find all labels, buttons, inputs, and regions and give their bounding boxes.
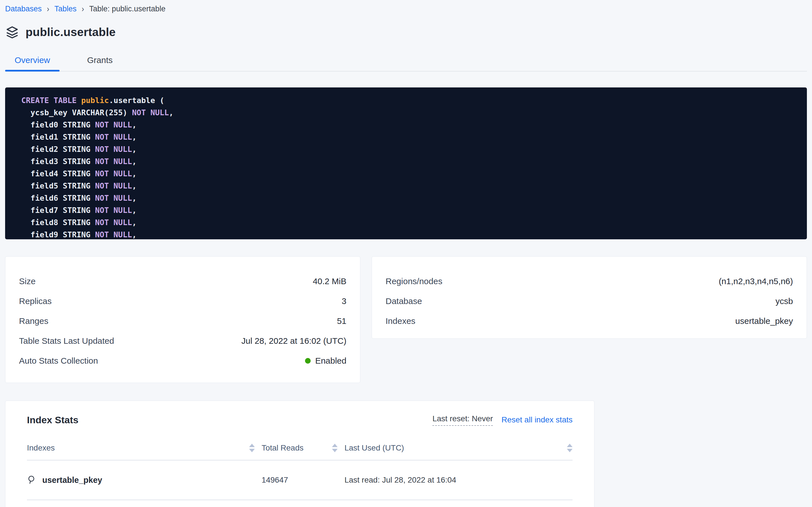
reset-index-stats-link[interactable]: Reset all index stats xyxy=(501,415,572,425)
status-badge: Enabled xyxy=(305,356,347,365)
code-line: field2 STRING NOT NULL, xyxy=(21,143,807,155)
breadcrumb: Databases › Tables › Table: public.usert… xyxy=(5,4,807,14)
stat-row-replicas: Replicas 3 xyxy=(19,291,347,311)
code-line: field9 STRING NOT NULL, xyxy=(21,229,807,239)
index-stats-title: Index Stats xyxy=(27,414,78,426)
stat-row-ranges: Ranges 51 xyxy=(19,311,347,331)
stat-value: (n1,n2,n3,n4,n5,n6) xyxy=(719,277,793,286)
stat-value: ycsb xyxy=(775,296,793,306)
table-stats-card: Size 40.2 MiB Replicas 3 Ranges 51 Table… xyxy=(5,256,360,383)
code-line: field8 STRING NOT NULL, xyxy=(21,216,807,229)
stat-row-indexes: Indexes usertable_pkey xyxy=(386,311,793,331)
page-header: public.usertable xyxy=(5,25,807,39)
stat-label: Ranges xyxy=(19,316,48,326)
stat-label: Regions/nodes xyxy=(386,277,442,286)
summary-cards: Size 40.2 MiB Replicas 3 Ranges 51 Table… xyxy=(5,256,807,383)
stat-row-stats-updated: Table Stats Last Updated Jul 28, 2022 at… xyxy=(19,331,347,351)
column-label: Indexes xyxy=(27,443,55,452)
index-stats-controls: Last reset: Never Reset all index stats xyxy=(432,414,572,426)
code-line: field4 STRING NOT NULL, xyxy=(21,167,807,180)
chevron-right-icon: › xyxy=(47,4,49,14)
stat-label: Indexes xyxy=(386,316,415,326)
index-stats-table: Indexes Total Reads Last Used (UTC) xyxy=(27,436,572,500)
stat-row-auto-stats: Auto Stats Collection Enabled xyxy=(19,351,347,371)
stat-value: 3 xyxy=(341,296,347,306)
column-label: Last Used (UTC) xyxy=(345,443,404,452)
magnifier-icon xyxy=(27,475,37,485)
sort-icon[interactable] xyxy=(567,444,572,452)
index-stats-header: Index Stats Last reset: Never Reset all … xyxy=(27,413,572,427)
stat-value: Jul 28, 2022 at 16:02 (UTC) xyxy=(241,336,347,346)
stat-label: Replicas xyxy=(19,296,52,306)
stat-row-database: Database ycsb xyxy=(386,291,793,311)
breadcrumb-current: Table: public.usertable xyxy=(89,5,166,13)
index-name-link[interactable]: usertable_pkey xyxy=(42,475,102,485)
enabled-status-dot-icon xyxy=(305,358,311,363)
code-line: CREATE TABLE public.usertable ( xyxy=(21,94,807,106)
sort-icon[interactable] xyxy=(249,444,255,452)
code-line: field6 STRING NOT NULL, xyxy=(21,192,807,204)
stat-value: usertable_pkey xyxy=(735,316,793,326)
column-header-total-reads[interactable]: Total Reads xyxy=(262,443,345,452)
stat-value: Enabled xyxy=(315,356,347,365)
tab-overview[interactable]: Overview xyxy=(5,53,60,71)
code-line: ycsb_key VARCHAR(255) NOT NULL, xyxy=(21,106,807,119)
stat-label: Database xyxy=(386,296,422,306)
index-name-cell: usertable_pkey xyxy=(27,475,262,485)
code-line: field5 STRING NOT NULL, xyxy=(21,180,807,192)
table-info-card: Regions/nodes (n1,n2,n3,n4,n5,n6) Databa… xyxy=(372,256,807,339)
page-title: public.usertable xyxy=(25,25,116,39)
code-line: field3 STRING NOT NULL, xyxy=(21,155,807,167)
tab-bar: Overview Grants xyxy=(5,53,807,71)
breadcrumb-databases-link[interactable]: Databases xyxy=(5,5,42,13)
table-row: usertable_pkey 149647 Last read: Jul 28,… xyxy=(27,460,572,500)
stat-label: Table Stats Last Updated xyxy=(19,336,114,346)
sort-icon[interactable] xyxy=(332,444,337,452)
chevron-right-icon: › xyxy=(82,4,84,14)
table-stack-icon xyxy=(5,25,19,39)
stat-label: Auto Stats Collection xyxy=(19,356,98,365)
column-header-indexes[interactable]: Indexes xyxy=(27,443,262,452)
stat-row-regions: Regions/nodes (n1,n2,n3,n4,n5,n6) xyxy=(386,271,793,291)
last-reset-tooltip[interactable]: Last reset: Never xyxy=(432,414,493,426)
index-table-header: Indexes Total Reads Last Used (UTC) xyxy=(27,436,572,460)
column-header-last-used[interactable]: Last Used (UTC) xyxy=(345,443,572,452)
stat-value: 51 xyxy=(337,316,347,326)
stat-label: Size xyxy=(19,277,36,286)
last-used-value: Last read: Jul 28, 2022 at 16:04 xyxy=(345,475,572,485)
breadcrumb-tables-link[interactable]: Tables xyxy=(55,5,77,13)
code-line: field1 STRING NOT NULL, xyxy=(21,131,807,143)
code-line: field7 STRING NOT NULL, xyxy=(21,204,807,216)
stat-row-size: Size 40.2 MiB xyxy=(19,271,347,291)
code-line: field0 STRING NOT NULL, xyxy=(21,119,807,131)
create-table-statement: CREATE TABLE public.usertable ( ycsb_key… xyxy=(5,88,807,239)
stat-value: 40.2 MiB xyxy=(313,277,347,286)
column-label: Total Reads xyxy=(262,443,304,452)
index-stats-card: Index Stats Last reset: Never Reset all … xyxy=(5,401,595,507)
tab-grants[interactable]: Grants xyxy=(73,53,127,71)
total-reads-value: 149647 xyxy=(262,475,345,485)
table-detail-page: Databases › Tables › Table: public.usert… xyxy=(0,0,812,507)
